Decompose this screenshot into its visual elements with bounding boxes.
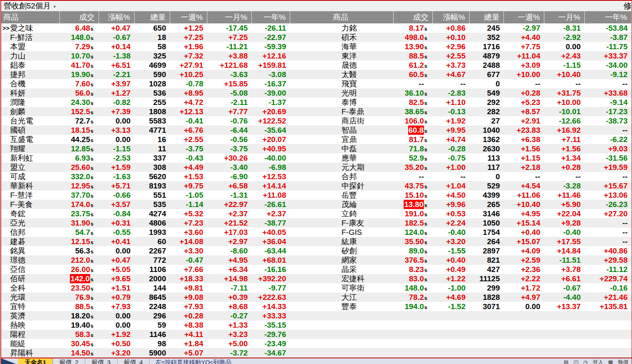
table-row[interactable]: 力山10.70s-1.38325+7.32+3.88+12.16東洋88.5s+… — [1, 51, 632, 61]
table-row[interactable]: 信邦54.7s-0.551993+3.60+17.03+40.05F-GIS12… — [1, 228, 632, 237]
volume-cell: 27 — [470, 116, 504, 126]
change-pct-cell: -2.53 — [99, 153, 135, 163]
column-header-right-5[interactable]: 一月% — [544, 11, 585, 23]
table-row[interactable]: 捷邦19.90s-2.21590+10.25-3.63-3.08太醫60.5s+… — [1, 70, 632, 79]
tab-page-4[interactable]: 報價_4 — [118, 358, 150, 364]
table-row[interactable]: 科妍56.0s+1.27536+8.95-5.08-39.00光明36.10s-… — [1, 88, 632, 98]
stock-name: 應華 — [341, 154, 357, 162]
volume-cell: 529 — [470, 181, 504, 190]
tab-page-1[interactable]: 天金名1 — [18, 358, 53, 364]
table-row[interactable]: F-鮮活148.0s-0.6718+7.25+7.25-22.97碩禾498.0… — [1, 33, 632, 42]
price-value: 124.0 — [404, 228, 424, 237]
row-gap — [290, 228, 331, 237]
table-row[interactable]: 全科23.50s+1.51144+9.81-7.11-9.77可寧衛148.0s… — [1, 283, 632, 293]
login-label[interactable]: 登入 — [593, 358, 603, 364]
table-row[interactable]: 能緹30.45s+0.5098+1.84+5.00-23.49 — [1, 339, 632, 348]
table-row[interactable]: 台光電72.7s0.005583-0.41-0.76+122.52商店街106.… — [1, 116, 632, 126]
table-row[interactable]: 銘異56.3s0.002267+3.30-8.60-63.44矽創89.0s-1… — [1, 246, 632, 255]
table-row[interactable]: 熱映19.40s0.0059+8.38+1.33-35.15 — [1, 320, 632, 330]
clock-icon[interactable]: ◷ — [583, 358, 588, 364]
table-row[interactable]: 光環76.9s+0.798645+9.08+0.39+222.63大江78.2s… — [1, 293, 632, 302]
table-row[interactable]: 潤隆24.30s-0.82255+4.72-2.11-1.37泰博82.5s+1… — [1, 98, 632, 107]
column-header-right-1[interactable]: 成交 — [394, 11, 433, 23]
row-gap — [290, 265, 331, 274]
month-pct-cell: +7.77 — [207, 107, 252, 116]
column-header-right-0[interactable]: 商品 — [331, 11, 394, 23]
table-row[interactable]: 錩泰41.70s+6.514699+27.91+121.68+159.81晟德6… — [1, 61, 632, 70]
row-gap — [290, 70, 331, 79]
table-row[interactable]: 國碩18.15s+3.134771+6.76-6.44-35.64智晶60.8s… — [1, 126, 632, 135]
month-pct-cell: -0.56 — [207, 135, 252, 144]
stock-name-cell: 光環 — [1, 293, 60, 302]
column-header-left-1[interactable]: 成交 — [60, 11, 99, 23]
year-pct-cell: +12.53 — [252, 172, 290, 181]
column-header-left-4[interactable]: 一週% — [170, 11, 207, 23]
week-pct-cell: +10.40 — [504, 200, 544, 209]
table-row[interactable]: 華新科12.95s+5.718193+9.75+6.58+14.14中探針43.… — [1, 181, 632, 190]
table-row[interactable]: 合機7.60s+3.971028-0.78+15.85-16.37飛寶----0… — [1, 79, 632, 88]
column-header-right-3[interactable]: 總量 — [470, 11, 504, 23]
table-row[interactable]: 陽程58.3s+1.921146+4.11+3.23-29.76 — [1, 330, 632, 339]
table-row[interactable]: 宜特88.5s+7.932248+7.93+8.68+14.33豐泰194.0s… — [1, 302, 632, 311]
table-row[interactable]: 奇鋐23.75s-0.844274+5.32+2.37+2.37立錡191.0s… — [1, 209, 632, 218]
price-cell: 30.45s — [60, 339, 99, 348]
stock-name: 熱映 — [10, 321, 25, 329]
price-suffix: s — [90, 126, 96, 135]
year-pct-cell: -11.12 — [585, 265, 632, 274]
year-pct-cell: +21.46 — [585, 293, 632, 302]
column-header-left-0[interactable]: 商品 — [1, 11, 60, 23]
year-pct-cell: +40.86 — [585, 246, 632, 255]
table-row[interactable]: 互盛電44.25s0.0016+2.55-0.56+20.07宜鼎81.7s+4… — [1, 135, 632, 144]
stock-name: F-美食 — [10, 200, 33, 209]
table-row[interactable]: 英濟18.20s0.00296+0.28-0.27+33.33 — [1, 311, 632, 320]
stock-name-cell: 捷邦 — [1, 70, 60, 79]
table-row[interactable]: 盟立25.60s+1.59308+4.49-3.40-6.98元大期35.20s… — [1, 163, 632, 172]
change-pct-cell: -0.40 — [433, 228, 470, 237]
quote-label[interactable]: 報價 — [618, 358, 628, 364]
printer-icon[interactable]: ▤ — [564, 358, 569, 364]
month-pct-cell: +6.58 — [207, 181, 252, 190]
table-row[interactable]: 亞信26.00s+5.051106+7.66+6.34-16.16晶采8.23s… — [1, 265, 632, 274]
table-row[interactable]: 佰研142.0s+9.652000+18.33+14.98+392.20宏捷科8… — [1, 274, 632, 283]
table-row[interactable]: >>愛之味6.48s+0.47650+1.25-17.45-26.11力銘8.1… — [1, 23, 632, 33]
table-row[interactable]: 劍麟152.5s+7.391808+12.13+7.77+20.69F-泰鼎38… — [1, 107, 632, 116]
table-row[interactable]: 新利虹6.93s-2.53337-0.43+30.26-40.00應華52.9s… — [1, 153, 632, 163]
table-row[interactable]: F-慧洋37.70s-0.66551-1.05-1.31+11.08岳豐15.1… — [1, 190, 632, 200]
row-gap — [290, 339, 331, 348]
price-value: 71.8 — [409, 144, 424, 153]
table-row[interactable]: 翔耀12.85s-1.1511-3.75-3.75+40.95中磊71.8s-0… — [1, 144, 632, 153]
column-header-right-2[interactable]: 漲幅% — [433, 11, 470, 23]
tab-page-3[interactable]: 報價_3 — [85, 358, 118, 364]
week-pct-cell: +9.81 — [170, 283, 207, 293]
price-cell — [394, 339, 433, 348]
column-header-left-6[interactable]: 一年% — [252, 11, 290, 23]
stock-name-cell: 立錡 — [331, 209, 394, 218]
modify-button[interactable]: 修 — [624, 0, 632, 11]
column-header-left-2[interactable]: 漲幅% — [99, 11, 135, 23]
price-suffix: s — [90, 247, 96, 255]
table-row[interactable]: 建碁12.15s+0.4160+14.08+2.97+36.04紘康35.50s… — [1, 237, 632, 246]
window-icon[interactable]: ◫ — [573, 358, 578, 364]
volume-cell: 1050 — [470, 218, 504, 228]
week-pct-cell: +7.32 — [170, 51, 207, 61]
price-value: 182.5 — [404, 218, 424, 228]
column-header-right-4[interactable]: 一週% — [504, 11, 544, 23]
table-row[interactable]: 本盟7.29s+0.1458+1.96-11.21-59.39海華13.90s+… — [1, 42, 632, 51]
grid-icon[interactable]: ▦ — [608, 358, 613, 364]
stock-name-cell: F-美食 — [1, 200, 60, 209]
price-value: 52.9 — [409, 153, 424, 163]
change-pct-cell: +0.47 — [99, 23, 135, 33]
column-header-left-5[interactable]: 一月% — [207, 11, 252, 23]
column-header-right-6[interactable]: 一年% — [585, 11, 632, 23]
table-row[interactable]: 昇陽科14.50s+3.205900+5.07-3.72-34.67 — [1, 348, 632, 358]
table-row[interactable]: 璟德212.0s+0.47772-0.47+4.95+68.01網家376.5s… — [1, 255, 632, 265]
tab-page-2[interactable]: 報價_2 — [53, 358, 85, 364]
table-row[interactable]: 亞光31.90s+0.314806+7.23+21.52-38.77F-康友18… — [1, 218, 632, 228]
price-suffix: s — [90, 33, 96, 42]
table-row[interactable]: 可成332.0s-1.635620+1.53-6.90+12.53合邦----0… — [1, 172, 632, 181]
table-row[interactable]: F-美食174.0s+3.57535-1.14+22.97-26.61茂綸13.… — [1, 200, 632, 209]
chevron-down-icon[interactable]: ▾ — [53, 4, 56, 9]
change-pct-cell: -1.00 — [433, 283, 470, 293]
price-cell: -- — [394, 172, 433, 181]
column-header-left-3[interactable]: 總量 — [135, 11, 170, 23]
